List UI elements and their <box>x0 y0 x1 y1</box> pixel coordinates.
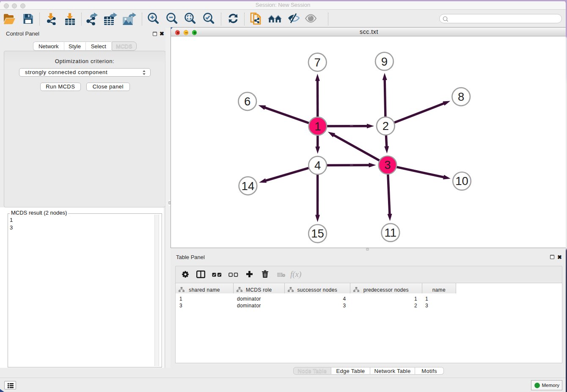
svg-text:9: 9 <box>381 55 387 68</box>
svg-text:7: 7 <box>314 55 320 69</box>
svg-text:10: 10 <box>455 174 468 188</box>
svg-text:1: 1 <box>314 119 321 133</box>
svg-text:14: 14 <box>241 179 254 192</box>
svg-text:15: 15 <box>311 227 324 240</box>
svg-text:3: 3 <box>384 158 391 171</box>
svg-text:4: 4 <box>314 159 320 172</box>
svg-text:11: 11 <box>384 226 396 239</box>
svg-text:2: 2 <box>382 119 388 133</box>
svg-text:8: 8 <box>458 90 464 103</box>
svg-text:6: 6 <box>244 95 250 108</box>
